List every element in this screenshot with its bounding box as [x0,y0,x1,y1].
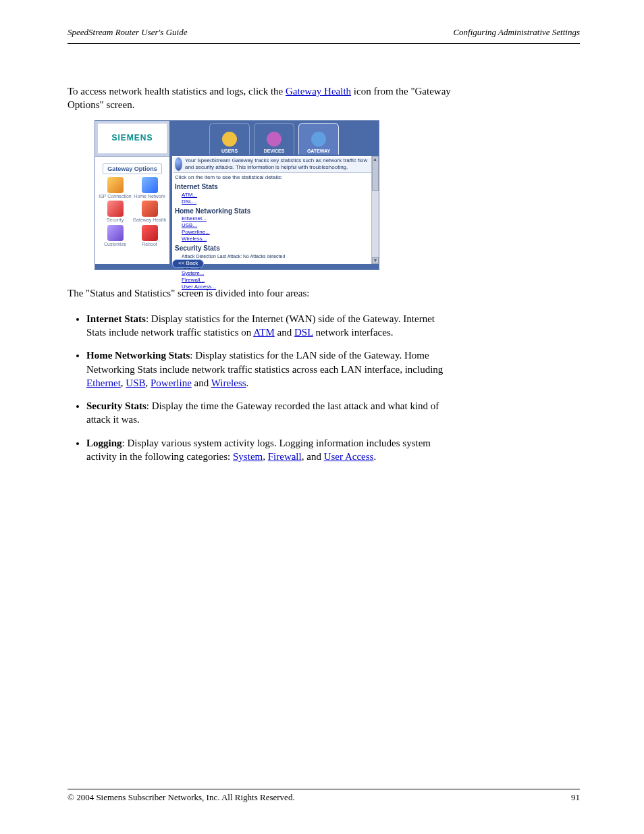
isp-icon [107,177,124,193]
tab-devices[interactable]: DEVICES [254,123,294,155]
link-system-log[interactable]: System... [182,270,376,277]
users-icon [222,132,237,147]
info-icon [175,157,182,171]
sidebar-item-reboot[interactable]: Reboot [132,225,167,247]
copyright: © 2004 Siemens Subscriber Networks, Inc.… [68,792,295,803]
list-item-security-stats: Security Stats: Display the time the Gat… [86,399,580,427]
link-dsl-text[interactable]: DSL [294,327,313,338]
sidebar-item-isp[interactable]: ISP Connection [98,177,132,199]
tab-users[interactable]: USERS [209,123,250,155]
gateway-health-link[interactable]: Gateway Health [286,86,351,97]
link-user-access-log[interactable]: User Access... [182,284,376,290]
link-firewall-text[interactable]: Firewall [268,451,302,462]
link-powerline-text[interactable]: Powerline [151,377,192,388]
list-item-logging: Logging: Display various system activity… [86,436,580,464]
customize-icon [107,225,124,241]
list-item-internet-stats: Internet Stats: Display statistics for t… [86,312,580,340]
link-user-access-text[interactable]: User Access [324,451,374,462]
status-statistics-screenshot: SIEMENS USERS DEVICES GATEWAY Gateway Op… [95,120,379,270]
siemens-logo: SIEMENS [95,121,169,156]
sidebar-title: Gateway Options [103,163,162,174]
security-icon [107,201,124,217]
section-security-stats: Security Stats [175,244,376,253]
footer-rule [68,789,580,789]
link-dsl[interactable]: DSL... [182,199,376,205]
link-firewall-log[interactable]: Firewall... [182,277,376,284]
health-icon [142,201,158,217]
header-rule [68,43,580,44]
scrollbar[interactable]: ▲ ▼ [371,156,379,264]
link-system-text[interactable]: System [233,451,263,462]
areas-list: Internet Stats: Display statistics for t… [68,312,580,463]
gateway-icon [311,132,326,147]
page-number: 91 [571,792,580,803]
link-usb[interactable]: USB... [182,222,376,229]
scroll-up-icon[interactable]: ▲ [372,156,379,191]
scroll-down-icon[interactable]: ▼ [372,257,379,264]
link-wireless[interactable]: Wireless... [182,236,376,242]
list-item-home-stats: Home Networking Stats: Display statistic… [86,348,580,390]
devices-icon [267,132,281,147]
reboot-icon [142,225,158,241]
intro-paragraph: To access network health statistics and … [68,84,580,112]
section-logging: Logging [175,261,376,270]
section-internet-stats: Internet Stats [175,182,376,192]
chapter-title: Configuring Administrative Settings [453,27,580,38]
tab-gateway[interactable]: GATEWAY [298,123,339,155]
link-usb-text[interactable]: USB [126,377,145,388]
link-atm[interactable]: ATM... [182,192,376,199]
link-atm-text[interactable]: ATM [253,327,275,338]
security-last-attack: Attack Detection Last Attack: No Attacks… [182,253,376,259]
panel-intro-text: Your SpeedStream Gateway tracks key stat… [185,157,375,171]
back-button[interactable]: << Back [172,259,204,268]
link-powerline[interactable]: Powerline... [182,229,376,236]
panel-lead: Click on the item to see the statistical… [175,174,376,182]
link-ethernet-text[interactable]: Ethernet [86,377,121,388]
link-ethernet[interactable]: Ethernet... [182,215,376,222]
home-network-icon [142,177,158,193]
sidebar-item-customize[interactable]: Customize [98,225,132,247]
section-home-stats: Home Networking Stats [175,207,376,216]
doc-title: SpeedStream Router User's Guide [68,27,187,38]
sidebar-item-home[interactable]: Home Network [132,177,167,199]
sidebar-item-security[interactable]: Security [98,201,132,223]
link-wireless-text[interactable]: Wireless [211,377,246,388]
sidebar-item-health[interactable]: Gateway Health [132,201,167,223]
